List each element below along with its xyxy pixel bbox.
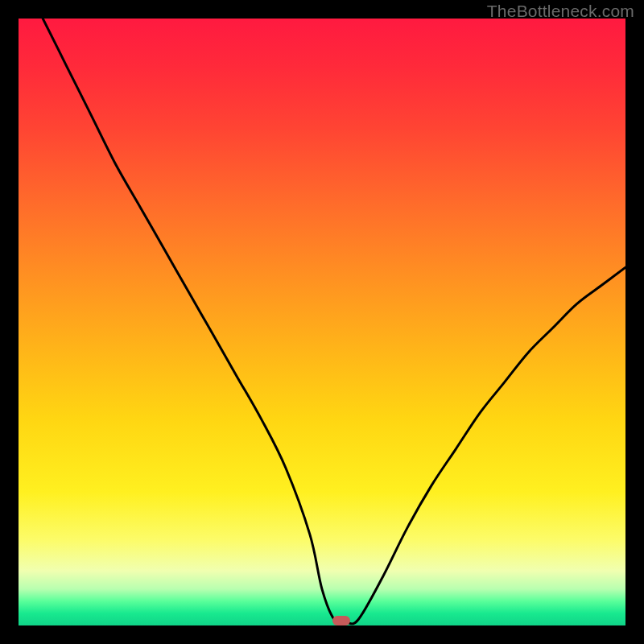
bottleneck-curve	[19, 19, 625, 625]
chart-frame: TheBottleneck.com	[0, 0, 644, 644]
minimum-marker	[332, 616, 350, 625]
plot-area	[19, 19, 625, 625]
